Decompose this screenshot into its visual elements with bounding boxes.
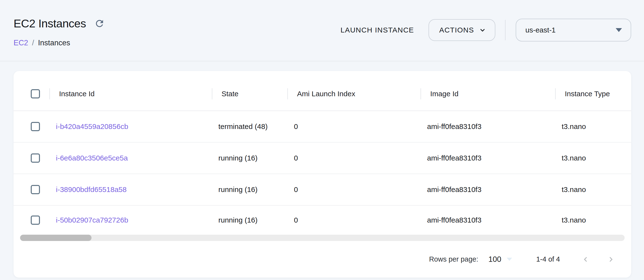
cell-image-id: ami-ff0fea8310f3 xyxy=(420,122,555,131)
select-all-checkbox-cell xyxy=(18,89,53,98)
cell-instance-type: t3.nano xyxy=(555,154,631,162)
cell-instance-id: i-50b02907ca792726b xyxy=(50,216,212,224)
cell-state: running (16) xyxy=(212,216,288,224)
refresh-icon xyxy=(94,18,105,29)
select-all-checkbox[interactable] xyxy=(31,89,40,98)
rows-per-page-label: Rows per page: xyxy=(429,255,478,263)
table-body: i-b420a4559a20856cb terminated (48) 0 am… xyxy=(14,111,631,235)
launch-instance-button[interactable]: LAUNCH INSTANCE xyxy=(340,24,414,37)
cell-instance-id: i-6e6a80c3506e5ce5a xyxy=(50,154,212,162)
instances-table-card: Instance IdStateAmi Launch IndexImage Id… xyxy=(14,71,631,277)
cell-instance-type: t3.nano xyxy=(555,122,631,131)
column-header-instance-id[interactable]: Instance Id xyxy=(50,90,212,98)
cell-image-id: ami-ff0fea8310f3 xyxy=(420,154,555,162)
column-header-ami-launch-index[interactable]: Ami Launch Index xyxy=(288,90,420,98)
horizontal-scrollbar xyxy=(14,235,631,241)
row-checkbox-cell xyxy=(18,215,53,225)
actions-button-label: ACTIONS xyxy=(439,26,474,34)
pagination-range: 1-4 of 4 xyxy=(536,255,560,263)
column-header-image-id[interactable]: Image Id xyxy=(420,90,555,98)
row-checkbox-cell xyxy=(18,122,53,131)
cell-state: terminated (48) xyxy=(212,122,288,131)
refresh-button[interactable] xyxy=(94,18,105,29)
row-checkbox[interactable] xyxy=(31,215,40,225)
cell-instance-type: t3.nano xyxy=(555,185,631,194)
instance-id-link[interactable]: i-b420a4559a20856cb xyxy=(56,122,128,130)
table-header-row: Instance IdStateAmi Launch IndexImage Id… xyxy=(14,71,631,111)
row-checkbox[interactable] xyxy=(31,185,40,194)
chevron-down-icon xyxy=(478,26,487,34)
table-row: i-38900bdfd65518a58 running (16) 0 ami-f… xyxy=(14,174,631,206)
rows-per-page-value: 100 xyxy=(488,255,501,264)
region-select-value: us-east-1 xyxy=(525,26,556,34)
cell-ami-launch-index: 0 xyxy=(288,122,420,131)
column-header-state[interactable]: State xyxy=(212,90,288,98)
chevron-left-icon xyxy=(581,255,590,264)
dropdown-arrow-icon xyxy=(616,28,622,32)
cell-ami-launch-index: 0 xyxy=(288,216,420,224)
row-checkbox-cell xyxy=(18,153,53,163)
table-row: i-b420a4559a20856cb terminated (48) 0 am… xyxy=(14,111,631,143)
table-row: i-6e6a80c3506e5ce5a running (16) 0 ami-f… xyxy=(14,143,631,174)
row-checkbox[interactable] xyxy=(31,122,40,131)
rows-per-page-select[interactable]: 100 xyxy=(488,255,512,264)
breadcrumb-link-ec2[interactable]: EC2 xyxy=(14,39,28,47)
actions-button[interactable]: ACTIONS xyxy=(428,19,495,41)
scrollbar-track[interactable] xyxy=(20,235,625,241)
cell-state: running (16) xyxy=(212,185,288,194)
scrollbar-thumb[interactable] xyxy=(20,235,92,241)
breadcrumb-current: Instances xyxy=(38,39,70,47)
cell-instance-id: i-b420a4559a20856cb xyxy=(50,122,212,131)
cell-state: running (16) xyxy=(212,154,288,162)
breadcrumb-separator: / xyxy=(32,39,34,47)
header-divider xyxy=(505,20,506,40)
row-checkbox-cell xyxy=(18,185,53,194)
cell-ami-launch-index: 0 xyxy=(288,154,420,162)
chevron-right-icon xyxy=(606,255,616,264)
cell-ami-launch-index: 0 xyxy=(288,185,420,194)
pagination-bar: Rows per page: 100 1-4 of 4 xyxy=(14,241,631,277)
page-header: EC2 Instances EC2 / Instances LAUNCH INS… xyxy=(0,0,644,61)
region-select[interactable]: us-east-1 xyxy=(516,19,631,42)
cell-image-id: ami-ff0fea8310f3 xyxy=(420,185,555,194)
instance-id-link[interactable]: i-38900bdfd65518a58 xyxy=(56,185,126,193)
previous-page-button[interactable] xyxy=(581,254,590,264)
table-row: i-50b02907ca792726b running (16) 0 ami-f… xyxy=(14,206,631,235)
cell-instance-type: t3.nano xyxy=(555,216,631,224)
cell-instance-id: i-38900bdfd65518a58 xyxy=(50,185,212,194)
page-title: EC2 Instances xyxy=(14,18,86,29)
header-actions: LAUNCH INSTANCE ACTIONS us-east-1 xyxy=(340,19,631,42)
row-checkbox[interactable] xyxy=(31,153,40,163)
column-header-instance-type[interactable]: Instance Type xyxy=(555,90,631,98)
next-page-button[interactable] xyxy=(606,254,616,264)
rows-per-page-arrow-icon xyxy=(507,258,512,261)
instance-id-link[interactable]: i-50b02907ca792726b xyxy=(56,216,128,224)
cell-image-id: ami-ff0fea8310f3 xyxy=(420,216,555,224)
instance-id-link[interactable]: i-6e6a80c3506e5ce5a xyxy=(56,154,128,162)
